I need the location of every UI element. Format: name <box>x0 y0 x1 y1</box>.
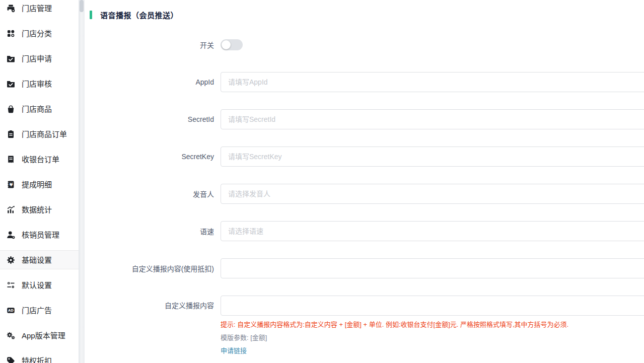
secret-id-label: SecretId <box>90 115 221 123</box>
app-id-control <box>221 72 644 92</box>
sidebar-item-label: 基础设置 <box>22 256 52 264</box>
switch-toggle-knob <box>222 40 231 49</box>
clipboard-icon <box>7 130 15 138</box>
sidebar-item-store-goods[interactable]: 门店商品 <box>0 96 79 121</box>
folder-check-icon <box>7 80 15 88</box>
form-row-voice-actor: 发音人 <box>90 175 644 212</box>
sidebar-item-label: 提成明细 <box>22 181 52 188</box>
custom-content-deduction-control <box>221 258 644 278</box>
secret-key-input[interactable] <box>221 147 644 167</box>
voice-actor-control <box>221 184 644 204</box>
secret-key-label: SecretKey <box>90 153 221 161</box>
yen-ledger-icon <box>7 180 15 189</box>
form-row-custom-content-deduction: 自定义播报内容(使用抵扣) <box>90 250 644 287</box>
apply-link[interactable]: 申请链接 <box>221 346 247 355</box>
sidebar-item-commission-detail[interactable]: 提成明细 <box>0 172 79 197</box>
sidebar-item-label: App版本管理 <box>22 332 65 339</box>
sidebar-item-data-statistics[interactable]: 数据统计 <box>0 197 79 222</box>
cogs-icon <box>7 331 15 340</box>
options-list-icon <box>7 281 15 289</box>
custom-content-deduction-label: 自定义播报内容(使用抵扣) <box>90 263 221 273</box>
section-header: 语音播报（会员推送） <box>90 7 644 22</box>
switch-label: 开关 <box>90 40 221 50</box>
sidebar-item-store-goods-orders[interactable]: 门店商品订单 <box>0 121 79 147</box>
sidebar-item-app-version[interactable]: App版本管理 <box>0 323 79 348</box>
custom-content-control: 提示: 自定义播报内容格式为:自定义内容 + [金额] + 单位. 例如:收银台… <box>221 296 644 355</box>
sidebar-item-label: 门店商品 <box>22 105 52 113</box>
form-row-custom-content: 自定义播报内容提示: 自定义播报内容格式为:自定义内容 + [金额] + 单位.… <box>90 287 644 357</box>
sidebar-item-default-settings[interactable]: 默认设置 <box>0 272 79 298</box>
custom-content-label: 自定义播报内容 <box>90 296 221 316</box>
voice-actor-input[interactable] <box>221 184 644 204</box>
secret-id-input[interactable] <box>221 109 644 129</box>
custom-content-deduction-input[interactable] <box>221 258 644 278</box>
speech-rate-label: 语速 <box>90 226 221 236</box>
sidebar-item-store-category[interactable]: 门店分类 <box>0 21 79 46</box>
folder-check-icon <box>7 54 15 63</box>
sidebar-item-label: 门店审核 <box>22 80 52 88</box>
sidebar-item-label: 门店商品订单 <box>22 130 67 138</box>
sidebar-item-basic-settings[interactable]: 基础设置 <box>0 250 79 269</box>
form-row-secret-id: SecretId <box>90 101 644 138</box>
custom-content-input[interactable] <box>221 296 644 316</box>
secret-id-control <box>221 109 644 129</box>
secret-key-control <box>221 147 644 167</box>
form-row-speech-rate: 语速 <box>90 212 644 250</box>
sidebar-item-label: 特权折扣 <box>22 357 52 363</box>
title-accent-bar <box>90 11 92 19</box>
sidebar-item-store-review[interactable]: 门店审核 <box>0 71 79 96</box>
sidebar-item-label: 门店广告 <box>22 307 52 314</box>
shopping-bag-icon <box>7 105 15 113</box>
form-row-switch: 开关 <box>90 26 644 63</box>
sidebar-scrollbar <box>79 0 85 363</box>
receipt-icon <box>7 155 15 164</box>
sidebar-scrollbar-thumb[interactable] <box>80 0 84 12</box>
sidebar-item-label: 默认设置 <box>22 281 52 289</box>
speech-rate-input[interactable] <box>221 221 644 241</box>
sidebar-item-label: 收银台订单 <box>22 156 59 163</box>
person-gear-icon <box>7 231 15 239</box>
sidebar-menu: 门店管理门店分类门店申请门店审核门店商品门店商品订单收银台订单提成明细数据统计核… <box>0 0 79 363</box>
sidebar-item-label: 数据统计 <box>22 206 52 213</box>
ad-badge-icon <box>7 306 15 315</box>
sidebar-item-verifier-management[interactable]: 核销员管理 <box>0 222 79 247</box>
main-content: 语音播报（会员推送） 开关AppIdSecretIdSecretKey发音人语速… <box>85 0 644 363</box>
sidebar-item-label: 门店申请 <box>22 55 52 62</box>
sidebar-item-store-ads[interactable]: 门店广告 <box>0 298 79 323</box>
page-title: 语音播报（会员推送） <box>100 10 178 20</box>
speech-rate-control <box>221 221 644 241</box>
printer-store-icon <box>7 4 15 13</box>
sidebar-item-label: 核销员管理 <box>22 231 59 239</box>
sidebar-item-store-management[interactable]: 门店管理 <box>0 0 79 21</box>
sidebar-item-privilege-discount[interactable]: 特权折扣 <box>0 348 79 363</box>
template-param-text: 模版参数: [金额] <box>221 333 644 342</box>
sidebar: 门店管理门店分类门店申请门店审核门店商品门店商品订单收银台订单提成明细数据统计核… <box>0 0 79 363</box>
stats-chart-icon <box>7 205 15 214</box>
sidebar-item-store-apply[interactable]: 门店申请 <box>0 46 79 71</box>
app-id-label: AppId <box>90 78 221 86</box>
category-grid-icon <box>7 29 15 38</box>
sidebar-item-cashier-orders[interactable]: 收银台订单 <box>0 147 79 172</box>
form-row-secret-key: SecretKey <box>90 138 644 175</box>
sidebar-item-label: 门店分类 <box>22 30 52 37</box>
settings-form: 开关AppIdSecretIdSecretKey发音人语速自定义播报内容(使用抵… <box>90 26 644 357</box>
switch-control <box>221 39 243 50</box>
voice-actor-label: 发音人 <box>90 189 221 199</box>
switch-toggle[interactable] <box>221 39 243 50</box>
format-hint-text: 提示: 自定义播报内容格式为:自定义内容 + [金额] + 单位. 例如:收银台… <box>221 320 644 329</box>
gear-icon <box>7 256 15 264</box>
app-id-input[interactable] <box>221 72 644 92</box>
sidebar-item-label: 门店管理 <box>22 5 52 12</box>
form-row-app-id: AppId <box>90 63 644 101</box>
price-tag-icon <box>7 356 15 363</box>
